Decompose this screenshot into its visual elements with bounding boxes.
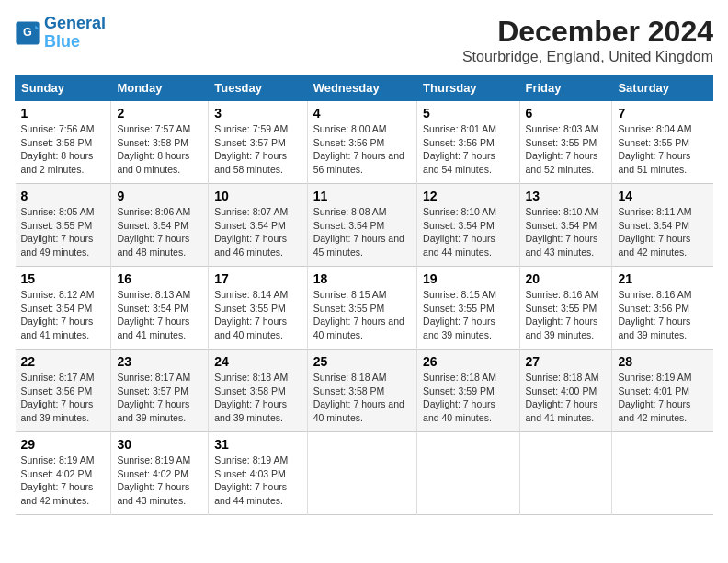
day-info: Sunrise: 8:00 AMSunset: 3:56 PMDaylight:… [313,122,411,177]
day-info: Sunrise: 8:08 AMSunset: 3:54 PMDaylight:… [313,205,411,259]
logo-icon: G [15,20,40,46]
day-info: Sunrise: 8:10 AMSunset: 3:54 PMDaylight:… [526,205,607,259]
day-number: 24 [214,354,301,369]
week-row-2: 8Sunrise: 8:05 AMSunset: 3:55 PMDaylight… [16,184,713,267]
day-number: 27 [526,354,607,369]
header-day-sunday: Sunday [16,75,111,101]
day-info: Sunrise: 8:11 AMSunset: 3:54 PMDaylight:… [618,205,707,259]
day-number: 17 [214,271,301,286]
day-number: 23 [117,354,202,369]
calendar-cell: 7Sunrise: 8:04 AMSunset: 3:55 PMDaylight… [612,101,713,184]
calendar-cell: 25Sunrise: 8:18 AMSunset: 3:58 PMDayligh… [307,350,416,432]
day-number: 14 [618,189,707,203]
calendar-cell: 6Sunrise: 8:03 AMSunset: 3:55 PMDaylight… [519,101,612,184]
header-day-wednesday: Wednesday [307,75,416,101]
calendar-cell: 5Sunrise: 8:01 AMSunset: 3:56 PMDaylight… [417,101,519,184]
day-number: 10 [214,189,301,203]
week-row-5: 29Sunrise: 8:19 AMSunset: 4:02 PMDayligh… [16,432,713,515]
calendar-cell: 1Sunrise: 7:56 AMSunset: 3:58 PMDaylight… [16,101,111,184]
day-number: 12 [423,189,513,203]
header-day-saturday: Saturday [612,75,713,101]
day-info: Sunrise: 7:57 AMSunset: 3:58 PMDaylight:… [117,122,202,177]
day-number: 18 [313,271,411,286]
calendar-cell: 10Sunrise: 8:07 AMSunset: 3:54 PMDayligh… [209,184,307,267]
day-number: 29 [21,437,106,452]
day-info: Sunrise: 8:07 AMSunset: 3:54 PMDaylight:… [214,205,301,259]
header-day-tuesday: Tuesday [209,75,307,101]
header-day-thursday: Thursday [417,75,519,101]
day-number: 6 [526,106,607,121]
calendar-cell [612,432,713,515]
calendar-cell: 21Sunrise: 8:16 AMSunset: 3:56 PMDayligh… [612,267,713,350]
day-number: 16 [117,271,202,286]
day-info: Sunrise: 8:13 AMSunset: 3:54 PMDaylight:… [117,288,202,342]
title-area: December 2024 Stourbridge, England, Unit… [462,15,713,65]
day-number: 22 [21,354,106,369]
day-info: Sunrise: 8:19 AMSunset: 4:02 PMDaylight:… [21,454,106,508]
calendar-cell [519,432,612,515]
calendar-cell: 13Sunrise: 8:10 AMSunset: 3:54 PMDayligh… [519,184,612,267]
header-row: SundayMondayTuesdayWednesdayThursdayFrid… [16,75,713,101]
day-info: Sunrise: 8:19 AMSunset: 4:02 PMDaylight:… [117,454,202,508]
day-number: 5 [423,106,513,121]
day-info: Sunrise: 8:18 AMSunset: 3:58 PMDaylight:… [214,371,301,425]
week-row-1: 1Sunrise: 7:56 AMSunset: 3:58 PMDaylight… [16,101,713,184]
header-day-monday: Monday [111,75,209,101]
calendar-cell: 24Sunrise: 8:18 AMSunset: 3:58 PMDayligh… [209,350,307,432]
day-number: 19 [423,271,513,286]
calendar-table: SundayMondayTuesdayWednesdayThursdayFrid… [15,75,713,515]
day-number: 28 [618,354,707,369]
day-info: Sunrise: 8:19 AMSunset: 4:03 PMDaylight:… [214,454,301,508]
calendar-cell [307,432,416,515]
calendar-cell: 2Sunrise: 7:57 AMSunset: 3:58 PMDaylight… [111,101,209,184]
day-info: Sunrise: 7:59 AMSunset: 3:57 PMDaylight:… [214,122,301,177]
calendar-cell: 19Sunrise: 8:15 AMSunset: 3:55 PMDayligh… [417,267,519,350]
day-info: Sunrise: 8:16 AMSunset: 3:55 PMDaylight:… [526,288,607,342]
calendar-cell: 16Sunrise: 8:13 AMSunset: 3:54 PMDayligh… [111,267,209,350]
calendar-cell: 11Sunrise: 8:08 AMSunset: 3:54 PMDayligh… [307,184,416,267]
header: G General Blue December 2024 Stourbridge… [15,15,713,65]
day-number: 25 [313,354,411,369]
day-info: Sunrise: 8:14 AMSunset: 3:55 PMDaylight:… [214,288,301,342]
svg-text:G: G [23,26,32,39]
day-number: 7 [618,106,707,121]
day-number: 30 [117,437,202,452]
calendar-cell: 14Sunrise: 8:11 AMSunset: 3:54 PMDayligh… [612,184,713,267]
logo: G General Blue [15,15,106,52]
calendar-cell: 31Sunrise: 8:19 AMSunset: 4:03 PMDayligh… [209,432,307,515]
day-info: Sunrise: 8:15 AMSunset: 3:55 PMDaylight:… [313,288,411,342]
day-number: 8 [21,189,106,203]
day-info: Sunrise: 7:56 AMSunset: 3:58 PMDaylight:… [21,122,106,177]
day-info: Sunrise: 8:06 AMSunset: 3:54 PMDaylight:… [117,205,202,259]
day-info: Sunrise: 8:05 AMSunset: 3:55 PMDaylight:… [21,205,106,259]
calendar-cell: 28Sunrise: 8:19 AMSunset: 4:01 PMDayligh… [612,350,713,432]
day-info: Sunrise: 8:12 AMSunset: 3:54 PMDaylight:… [21,288,106,342]
day-info: Sunrise: 8:03 AMSunset: 3:55 PMDaylight:… [526,122,607,177]
day-info: Sunrise: 8:17 AMSunset: 3:57 PMDaylight:… [117,371,202,425]
calendar-cell: 8Sunrise: 8:05 AMSunset: 3:55 PMDaylight… [16,184,111,267]
calendar-cell: 27Sunrise: 8:18 AMSunset: 4:00 PMDayligh… [519,350,612,432]
week-row-4: 22Sunrise: 8:17 AMSunset: 3:56 PMDayligh… [16,350,713,432]
day-info: Sunrise: 8:10 AMSunset: 3:54 PMDaylight:… [423,205,513,259]
day-number: 9 [117,189,202,203]
week-row-3: 15Sunrise: 8:12 AMSunset: 3:54 PMDayligh… [16,267,713,350]
day-number: 31 [214,437,301,452]
calendar-cell: 20Sunrise: 8:16 AMSunset: 3:55 PMDayligh… [519,267,612,350]
day-info: Sunrise: 8:18 AMSunset: 4:00 PMDaylight:… [526,371,607,425]
calendar-cell: 15Sunrise: 8:12 AMSunset: 3:54 PMDayligh… [16,267,111,350]
day-number: 1 [21,106,106,121]
subtitle: Stourbridge, England, United Kingdom [462,49,713,65]
day-number: 11 [313,189,411,203]
calendar-cell: 18Sunrise: 8:15 AMSunset: 3:55 PMDayligh… [307,267,416,350]
calendar-cell: 9Sunrise: 8:06 AMSunset: 3:54 PMDaylight… [111,184,209,267]
day-info: Sunrise: 8:18 AMSunset: 3:58 PMDaylight:… [313,371,411,425]
day-number: 21 [618,271,707,286]
calendar-cell: 22Sunrise: 8:17 AMSunset: 3:56 PMDayligh… [16,350,111,432]
day-info: Sunrise: 8:01 AMSunset: 3:56 PMDaylight:… [423,122,513,177]
calendar-cell: 3Sunrise: 7:59 AMSunset: 3:57 PMDaylight… [209,101,307,184]
calendar-cell: 4Sunrise: 8:00 AMSunset: 3:56 PMDaylight… [307,101,416,184]
calendar-cell [417,432,519,515]
calendar-cell: 30Sunrise: 8:19 AMSunset: 4:02 PMDayligh… [111,432,209,515]
day-number: 15 [21,271,106,286]
day-info: Sunrise: 8:17 AMSunset: 3:56 PMDaylight:… [21,371,106,425]
